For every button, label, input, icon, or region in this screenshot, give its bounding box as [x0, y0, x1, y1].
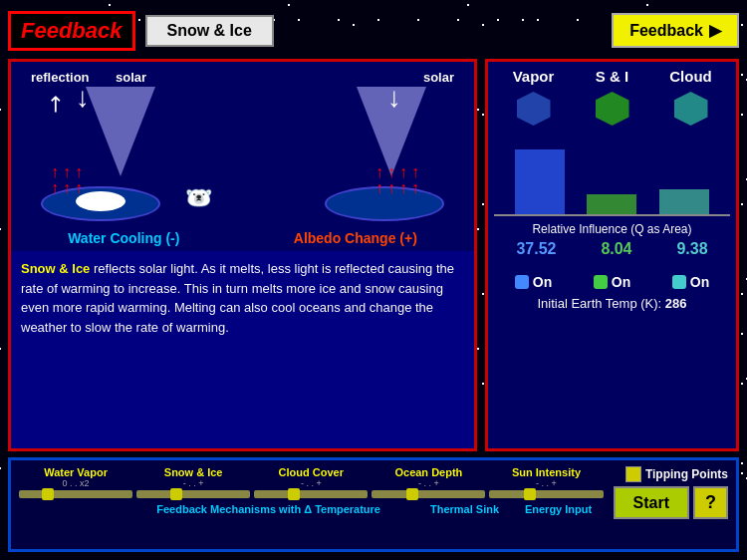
feedback-btn-label: Feedback [629, 22, 703, 40]
sun-intensity-label: Sun Intensity [512, 466, 581, 478]
sun-intensity-thumb[interactable] [524, 488, 536, 500]
si-on-dot [594, 275, 608, 289]
ocean-depth-marks: - . . + [418, 478, 439, 488]
cloud-on-dot [672, 275, 686, 289]
water-vapor-track[interactable] [19, 490, 132, 498]
sliders-row: Water Vapor 0 . . x2 Snow & Ice - . . + [19, 466, 604, 500]
cloud-header: Cloud [656, 68, 726, 85]
solar-label-left: solar [116, 70, 146, 85]
ocean-depth-slider-group: Ocean Depth - . . + [372, 466, 485, 500]
si-value: 8.04 [601, 240, 631, 258]
action-buttons: Start ? [614, 486, 728, 519]
tipping-points-checkbox[interactable] [625, 466, 641, 482]
help-button[interactable]: ? [693, 486, 728, 519]
si-on-label: On [612, 274, 630, 290]
solar-label-right: solar [423, 70, 454, 85]
snow-ice-label: Snow & Ice [164, 466, 223, 478]
start-button[interactable]: Start [614, 486, 689, 519]
cloud-cover-thumb[interactable] [288, 488, 300, 500]
si-bar [587, 194, 636, 214]
cloud-hex [671, 89, 711, 129]
tipping-points-label: Tipping Points [645, 467, 728, 481]
snow-ice-slider-group: Snow & Ice - . . + [136, 466, 250, 500]
tipping-points-toggle[interactable]: Tipping Points [625, 466, 728, 482]
description-panel: Snow & Ice reflects solar light. As it m… [11, 251, 474, 345]
water-vapor-slider-group: Water Vapor 0 . . x2 [19, 466, 132, 500]
left-panel: reflection solar solar ↓ ↓ ↗ [8, 59, 477, 451]
water-cooling-label: Water Cooling (-) [68, 230, 179, 246]
cloud-on: On [672, 274, 709, 290]
earth-temp-value: 286 [665, 296, 687, 311]
vapor-hex [514, 89, 554, 129]
vapor-on: On [515, 274, 552, 290]
si-on: On [594, 274, 630, 290]
vapor-header: Vapor [499, 68, 569, 85]
si-hex [593, 89, 632, 129]
earth-temp: Initial Earth Temp (K): 286 [494, 296, 730, 311]
sun-intensity-marks: - . . + [536, 478, 557, 488]
feedback-button[interactable]: Feedback ▶ [612, 13, 739, 48]
app-title: Feedback [8, 11, 135, 51]
bottom-labels: Feedback Mechanisms with Δ Temperature T… [19, 503, 604, 515]
cloud-on-label: On [690, 274, 709, 290]
ocean-depth-thumb[interactable] [406, 488, 418, 500]
ocean-depth-label: Ocean Depth [394, 466, 462, 478]
energy-input-label: Energy Input [514, 503, 604, 515]
cloud-value: 9.38 [676, 240, 707, 258]
cloud-bar [659, 189, 709, 214]
si-header: S & I [578, 68, 647, 85]
right-controls: Tipping Points Start ? [614, 466, 728, 519]
on-row: On On On [494, 274, 730, 290]
vapor-value: 37.52 [516, 240, 556, 258]
solar-beam-left [86, 87, 155, 176]
snow-ice-marks: - . . + [183, 478, 204, 488]
snow-ice-thumb[interactable] [170, 488, 182, 500]
snow-ice-track[interactable] [136, 490, 250, 498]
reflect-arrow: ↗ [39, 89, 70, 120]
thermal-sink-label: Thermal Sink [420, 503, 510, 515]
cloud-cover-marks: - . . + [301, 478, 322, 488]
cloud-cover-track[interactable] [254, 490, 368, 498]
diagram-area: reflection solar solar ↓ ↓ ↗ [11, 62, 474, 251]
top-bar: Feedback Snow & Ice Feedback ▶ [8, 8, 739, 53]
cloud-cover-label: Cloud Cover [279, 466, 344, 478]
red-arrows-right: ↑↑ ↑↑ ↑↑ ↑↑ [375, 164, 419, 196]
bear-icon: 🐻‍❄️ [185, 185, 212, 211]
sun-intensity-track[interactable] [489, 490, 603, 498]
bottom-panel: Water Vapor 0 . . x2 Snow & Ice - . . + [8, 457, 739, 552]
earth-temp-label: Initial Earth Temp (K): [537, 296, 661, 311]
chart-headers: Vapor S & I Cloud [494, 68, 730, 85]
sun-intensity-slider-group: Sun Intensity - . . + [489, 466, 603, 500]
albedo-change-label: Albedo Change (+) [294, 230, 417, 246]
solar-arrow-right: ↓ [387, 82, 401, 114]
water-vapor-label: Water Vapor [44, 466, 108, 478]
right-panel: Vapor S & I Cloud [485, 59, 739, 451]
bar-chart [494, 137, 730, 216]
snow-ice-button[interactable]: Snow & Ice [145, 15, 274, 47]
hexagon-row [494, 89, 730, 129]
red-arrows-left: ↑↑ ↑↑ ↑↑ [51, 164, 83, 196]
water-vapor-marks: 0 . . x2 [63, 478, 90, 488]
middle-content: reflection solar solar ↓ ↓ ↗ [8, 59, 739, 451]
vapor-bar [515, 149, 565, 214]
diagram-labels: Water Cooling (-) Albedo Change (+) [11, 230, 474, 246]
water-vapor-thumb[interactable] [42, 488, 54, 500]
vapor-on-dot [515, 275, 529, 289]
values-row: 37.52 8.04 9.38 [494, 240, 730, 258]
rel-influence-label: Relative Influence (Q as Area) [494, 222, 730, 236]
snow-ice-bold: Snow & Ice [21, 261, 90, 276]
ocean-depth-track[interactable] [372, 490, 485, 498]
cloud-cover-slider-group: Cloud Cover - . . + [254, 466, 368, 500]
vapor-on-label: On [533, 274, 552, 290]
feedback-mech-label: Feedback Mechanisms with Δ Temperature [122, 503, 416, 515]
solar-arrow-left: ↓ [76, 82, 90, 114]
feedback-icon: ▶ [709, 21, 721, 40]
ice-white [76, 191, 125, 211]
